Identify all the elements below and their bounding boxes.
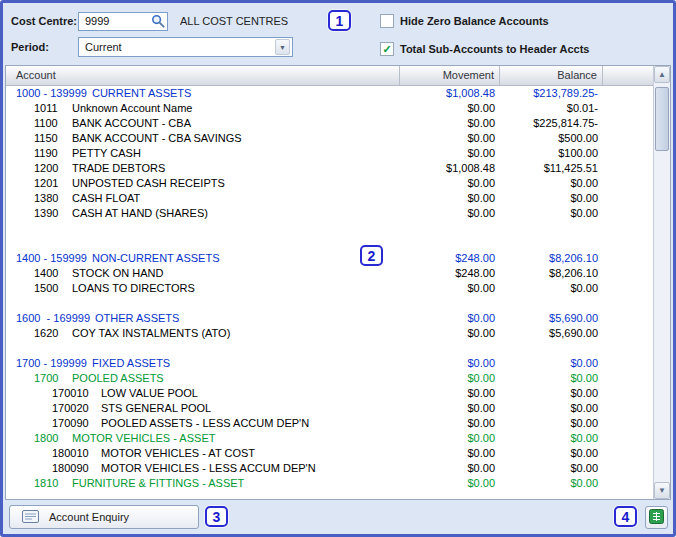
balance-value: $0.00 [500,281,603,296]
movement-value: $0.00 [400,281,500,296]
row-filler [603,131,653,146]
annotation-1: 1 [328,10,351,31]
total-subaccounts-checkbox-box[interactable]: ✓ [380,42,394,56]
account-row[interactable]: 1100BANK ACCOUNT - CBA$0.00$225,814.75- [6,116,653,131]
row-filler [603,266,653,281]
account-name: POOLED ASSETS - LESS ACCUM DEP'N [101,417,309,429]
movement-value: $0.00 [400,176,500,191]
export-excel-button[interactable] [645,506,668,529]
movement-value: $0.00 [400,416,500,431]
account-row[interactable]: 1700POOLED ASSETS$0.00$0.00 [6,371,653,386]
scroll-down-icon: ▼ [658,486,666,495]
column-header-filler [603,66,653,85]
movement-value: $0.00 [400,191,500,206]
account-row[interactable]: 170090POOLED ASSETS - LESS ACCUM DEP'N$0… [6,416,653,431]
movement-value: $0.00 [400,446,500,461]
account-code: 1600 - 169999 [16,311,90,326]
account-name: MOTOR VEHICLES - LESS ACCUM DEP'N [101,462,316,474]
cost-centre-description: ALL COST CENTRES [180,15,288,27]
row-filler [603,371,653,386]
period-select[interactable]: Current ▼ [78,37,293,57]
balance-value: $0.00 [500,206,603,221]
account-row[interactable]: 1380CASH FLOAT$0.00$0.00 [6,191,653,206]
column-header-movement[interactable]: Movement [400,66,500,85]
row-filler [603,251,653,266]
account-enquiry-window: Cost Centre: 9999 ALL COST CENTRES Perio… [0,0,676,537]
account-code: 170020 [52,401,101,416]
account-row[interactable]: 1150BANK ACCOUNT - CBA SAVINGS$0.00$500.… [6,131,653,146]
row-filler [603,416,653,431]
blank-row [6,236,653,251]
account-row[interactable]: 1400STOCK ON HAND$248.00$8,206.10 [6,266,653,281]
account-enquiry-label: Account Enquiry [49,511,129,523]
scroll-down-button[interactable]: ▼ [654,482,670,499]
balance-value: $0.00 [500,446,603,461]
vertical-scrollbar[interactable]: ▲ ▼ [653,66,670,499]
account-row[interactable]: 170010LOW VALUE POOL$0.00$0.00 [6,386,653,401]
movement-value: $0.00 [400,371,500,386]
account-row[interactable]: 1201UNPOSTED CASH RECEIPTS$0.00$0.00 [6,176,653,191]
movement-value: $0.00 [400,476,500,491]
scrollbar-thumb[interactable] [655,87,669,151]
chevron-down-icon[interactable]: ▼ [275,39,290,55]
account-name: LOANS TO DIRECTORS [72,282,195,294]
period-value: Current [85,41,122,53]
balance-value: $500.00 [500,131,603,146]
balance-value: $0.00 [500,461,603,476]
cost-centre-label: Cost Centre: [11,15,78,27]
balance-value: $0.01- [500,101,603,116]
account-row[interactable]: 1800MOTOR VEHICLES - ASSET$0.00$0.00 [6,431,653,446]
account-row[interactable]: 1700 - 199999FIXED ASSETS$0.00$0.00 [6,356,653,371]
account-name: CURRENT ASSETS [92,87,191,99]
balance-value: $0.00 [500,176,603,191]
account-code: 1390 [34,206,72,221]
balance-value: $8,206.10 [500,251,603,266]
balance-value: $0.00 [500,386,603,401]
account-code: 1810 [34,476,72,491]
account-name: FURNITURE & FITTINGS - ASSET [72,477,244,489]
hide-zero-checkbox-box[interactable] [380,14,394,28]
account-name: CASH FLOAT [72,192,140,204]
movement-value: $0.00 [400,116,500,131]
account-name: BANK ACCOUNT - CBA SAVINGS [72,132,242,144]
column-header-balance[interactable]: Balance [500,66,603,85]
account-row[interactable]: 180090MOTOR VEHICLES - LESS ACCUM DEP'N$… [6,461,653,476]
account-row[interactable]: 1000 - 139999CURRENT ASSETS$1,008.48$213… [6,86,653,101]
account-row[interactable]: 1620COY TAX INSTALMENTS (ATO)$0.00$5,690… [6,326,653,341]
scroll-up-button[interactable]: ▲ [654,66,670,83]
movement-value: $1,008.48 [400,161,500,176]
total-subaccounts-checkbox[interactable]: ✓ Total Sub-Accounts to Header Accts [380,42,589,56]
balance-value: $213,789.25- [500,86,603,101]
account-row[interactable]: 1600 - 169999OTHER ASSETS$0.00$5,690.00 [6,311,653,326]
hide-zero-checkbox[interactable]: Hide Zero Balance Accounts [380,14,549,28]
row-filler [603,116,653,131]
account-row[interactable]: 1810FURNITURE & FITTINGS - ASSET$0.00$0.… [6,476,653,491]
account-row[interactable]: 180010MOTOR VEHICLES - AT COST$0.00$0.00 [6,446,653,461]
account-name: FIXED ASSETS [92,357,170,369]
account-name: BANK ACCOUNT - CBA [72,117,191,129]
balance-value: $0.00 [500,476,603,491]
account-row[interactable]: 1011Unknown Account Name$0.00$0.01- [6,101,653,116]
account-enquiry-button[interactable]: Account Enquiry [9,505,199,529]
scroll-up-icon: ▲ [658,70,666,79]
movement-value: $0.00 [400,131,500,146]
account-row[interactable]: 1390CASH AT HAND (SHARES)$0.00$0.00 [6,206,653,221]
account-name: OTHER ASSETS [95,312,179,324]
row-filler [603,281,653,296]
column-header-account[interactable]: Account [6,66,400,85]
account-row[interactable]: 1400 - 159999NON-CURRENT ASSETS$248.00$8… [6,251,653,266]
cost-centre-input[interactable]: 9999 [78,12,168,31]
account-row[interactable]: 170020STS GENERAL POOL$0.00$0.00 [6,401,653,416]
account-row[interactable]: 1500LOANS TO DIRECTORS$0.00$0.00 [6,281,653,296]
footer-bar: Account Enquiry [3,500,673,534]
balance-value: $5,690.00 [500,326,603,341]
movement-value: $248.00 [400,266,500,281]
account-name: MOTOR VEHICLES - ASSET [72,432,215,444]
account-row[interactable]: 1190PETTY CASH$0.00$100.00 [6,146,653,161]
account-row[interactable]: 1200TRADE DEBTORS$1,008.48$11,425.51 [6,161,653,176]
movement-value: $1,008.48 [400,86,500,101]
ledger-card-icon [22,510,39,525]
search-icon[interactable] [151,14,165,28]
row-filler [603,176,653,191]
account-name: PETTY CASH [72,147,141,159]
